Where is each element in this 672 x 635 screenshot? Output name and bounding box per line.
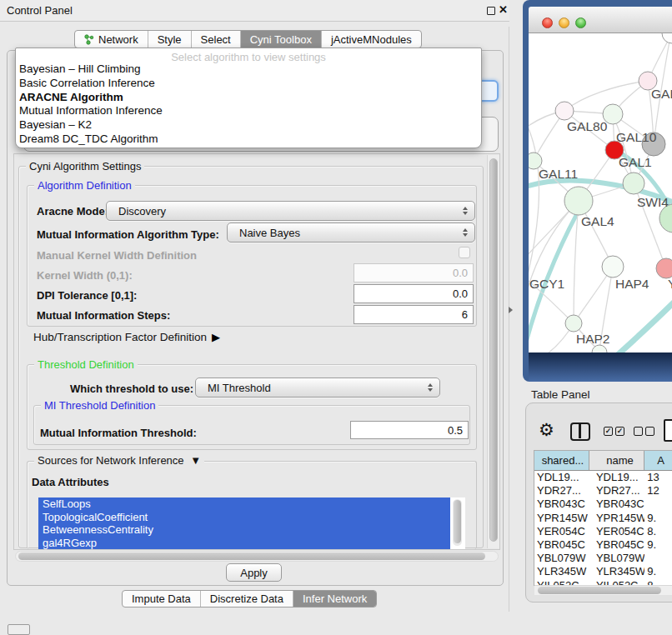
attribute-item-selected[interactable]: SelfLoops: [38, 498, 450, 511]
threshold-definition-title: Threshold Definition: [34, 358, 138, 371]
dock-mini-button[interactable]: [8, 624, 30, 635]
mi-steps-field[interactable]: 6: [354, 305, 474, 324]
cell-name: YBL079W: [589, 552, 644, 565]
table-row[interactable]: YLR345WYLR345W9.: [534, 565, 672, 578]
kernel-width-field[interactable]: 0.0: [354, 263, 474, 282]
close-icon[interactable]: ✕: [499, 3, 508, 16]
spinner-arrows-icon: [428, 383, 433, 392]
node-label: SWI4: [637, 195, 669, 209]
dropdown-placeholder: Select algorithm to view settings: [16, 48, 481, 62]
which-threshold-combobox[interactable]: MI Threshold: [195, 378, 440, 398]
data-attributes-label: Data Attributes: [32, 476, 109, 488]
checked-box-icon: ✓: [615, 427, 624, 436]
tab-discretize-data[interactable]: Discretize Data: [201, 591, 293, 607]
attribute-item-selected[interactable]: TopologicalCoefficient: [38, 511, 450, 524]
dropdown-item[interactable]: Bayesian – K2: [16, 118, 481, 132]
table-horizontal-scrollbar[interactable]: [534, 585, 672, 595]
aracne-mode-label: Aracne Mode:: [37, 205, 108, 218]
column-header-shared-name[interactable]: shared...: [534, 451, 589, 470]
gear-icon[interactable]: ⚙: [539, 420, 554, 440]
node-label: GAL10: [616, 130, 657, 144]
mi-steps-label: Mutual Information Steps:: [37, 309, 170, 322]
settings-vertical-scrollbar-thumb[interactable]: [489, 158, 498, 542]
attributes-list-scrollbar-thumb[interactable]: [454, 500, 461, 543]
column-layout-icon[interactable]: [570, 422, 590, 441]
table-row[interactable]: YBR045CYBR045C9.: [534, 538, 672, 552]
mi-algorithm-type-combobox[interactable]: Naive Bayes: [227, 222, 475, 242]
sources-toggle[interactable]: Sources for Network Inference ▼: [34, 454, 204, 467]
deselect-all-columns-icon[interactable]: [634, 427, 654, 436]
dropdown-item[interactable]: Bayesian – Hill Climbing: [16, 62, 481, 77]
attribute-item-selected[interactable]: gal4RGexp: [38, 537, 450, 549]
settings-horizontal-scrollbar-thumb[interactable]: [18, 552, 485, 560]
cell-value: [644, 552, 672, 565]
node-hap4[interactable]: [602, 256, 624, 278]
cell-name: YPR145W: [589, 512, 644, 525]
column-header-name[interactable]: name: [589, 451, 644, 470]
attribute-item-selected[interactable]: BetweennessCentrality: [38, 523, 450, 537]
table-row[interactable]: YBR043CYBR043C: [534, 498, 672, 511]
cell-value: 9.: [644, 512, 672, 525]
bottom-tabs: Impute Data Discretize Data Infer Networ…: [122, 590, 377, 608]
settings-horizontal-scrollbar[interactable]: [15, 551, 499, 562]
splitter-handle-icon[interactable]: [509, 307, 513, 313]
dpi-tolerance-field[interactable]: 0.0: [354, 284, 474, 303]
table-horizontal-scrollbar-thumb[interactable]: [538, 587, 661, 594]
data-attributes-list[interactable]: SelfLoops TopologicalCoefficient Between…: [38, 498, 465, 549]
spinner-arrows-icon: [463, 228, 468, 237]
dropdown-item[interactable]: Basic Correlation Inference: [16, 77, 481, 91]
tab-network[interactable]: Network: [75, 31, 148, 48]
tab-cyni-toolbox[interactable]: Cyni Toolbox: [241, 31, 322, 48]
dropdown-item[interactable]: Mutual Information Inference: [16, 104, 481, 118]
dropdown-item-selected[interactable]: ARACNE Algorithm: [16, 91, 481, 105]
mi-threshold-label: Mutual Information Threshold:: [40, 427, 197, 439]
node-salmon[interactable]: [656, 258, 672, 278]
cell-shared: YER054C: [534, 525, 589, 538]
document-icon[interactable]: [664, 419, 672, 442]
node-hap2[interactable]: [565, 315, 582, 332]
mi-algorithm-type-label: Mutual Information Algorithm Type:: [37, 228, 219, 241]
aracne-mode-value: Discovery: [118, 205, 166, 218]
table-row[interactable]: YBL079WYBL079W: [534, 552, 672, 565]
unchecked-box-icon: [645, 427, 654, 436]
column-header-partial[interactable]: A: [644, 451, 672, 470]
attributes-list-scrollbar[interactable]: [453, 499, 462, 546]
float-window-icon[interactable]: [487, 7, 495, 15]
cell-value: 9.: [644, 538, 672, 552]
cyni-algorithm-settings-title: Cyni Algorithm Settings: [26, 160, 144, 172]
collapsed-arrow-icon: ▶: [212, 331, 220, 343]
aracne-mode-combobox[interactable]: Discovery: [106, 201, 475, 221]
tab-jactivemnodules[interactable]: jActiveMNodules: [322, 31, 421, 48]
cell-value: 13: [644, 471, 672, 484]
minimize-traffic-light-icon[interactable]: [559, 18, 569, 28]
tab-style[interactable]: Style: [148, 31, 192, 48]
table-row[interactable]: YDL19...YDL19...13: [534, 471, 672, 484]
select-all-columns-icon[interactable]: ✓ ✓: [604, 427, 624, 436]
network-canvas[interactable]: GAL GAL80 GAL10 GAL1 GAL11 SWI4 GAL4 GCY…: [529, 33, 672, 352]
tab-infer-network[interactable]: Infer Network: [293, 591, 376, 607]
close-traffic-light-icon[interactable]: [542, 18, 553, 28]
network-window-titlebar: [529, 7, 672, 33]
zoom-traffic-light-icon[interactable]: [575, 18, 586, 28]
tab-impute-data[interactable]: Impute Data: [123, 591, 201, 607]
table-row[interactable]: YDR27...YDR27...12: [534, 484, 672, 498]
dpi-tolerance-label: DPI Tolerance [0,1]:: [37, 289, 137, 302]
which-threshold-value: MI Threshold: [208, 382, 271, 394]
table-row[interactable]: YPR145WYPR145W9.: [534, 512, 672, 525]
manual-kernel-width-checkbox[interactable]: [459, 247, 470, 258]
node-top-white[interactable]: [662, 33, 672, 43]
node-gal80[interactable]: [555, 102, 574, 120]
apply-button[interactable]: Apply: [226, 563, 282, 582]
cell-value: [644, 498, 672, 511]
dropdown-item[interactable]: Dream8 DC_TDC Algorithm: [16, 132, 481, 147]
node-label: GCY1: [529, 277, 564, 291]
table-row[interactable]: YER054CYER054C8.: [534, 525, 672, 538]
node-gal4[interactable]: [564, 187, 593, 215]
tab-cyni-toolbox-label: Cyni Toolbox: [250, 33, 312, 46]
hub-definition-toggle[interactable]: Hub/Transcription Factor Definition▶: [33, 331, 220, 343]
node-table: shared... name A YDL19...YDL19...13 YDR2…: [534, 450, 672, 586]
node-swi4[interactable]: [623, 172, 644, 194]
mi-threshold-field[interactable]: 0.5: [350, 421, 469, 439]
tab-select[interactable]: Select: [192, 31, 241, 48]
settings-vertical-scrollbar[interactable]: [487, 155, 499, 548]
